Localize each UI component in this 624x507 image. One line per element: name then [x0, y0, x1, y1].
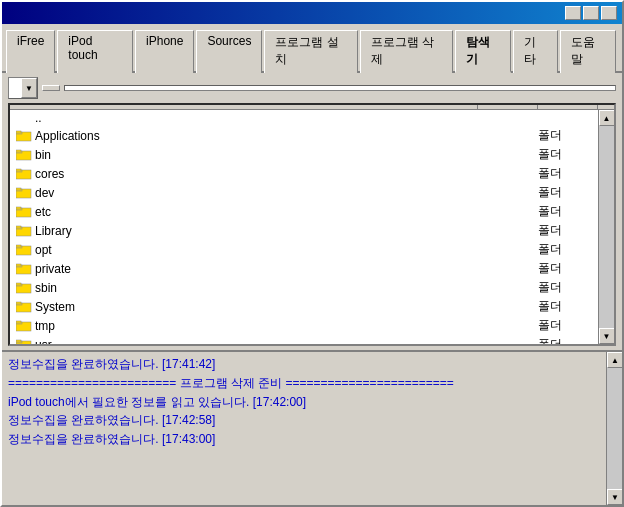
- toolbar: ▼: [2, 73, 622, 103]
- file-name-cell: Library: [12, 224, 476, 238]
- log-scroll-track[interactable]: [607, 368, 622, 489]
- tab-iFree[interactable]: iFree: [6, 30, 55, 73]
- file-name-text: opt: [35, 243, 52, 257]
- file-name-text: cores: [35, 167, 64, 181]
- table-row[interactable]: opt폴더: [10, 240, 598, 259]
- log-line: iPod touch에서 필요한 정보를 읽고 있습니다. [17:42:00]: [8, 394, 600, 411]
- table-row[interactable]: etc폴더: [10, 202, 598, 221]
- file-name-cell: usr: [12, 338, 476, 345]
- log-scrollbar[interactable]: ▲ ▼: [606, 352, 622, 505]
- file-name-cell: private: [12, 262, 476, 276]
- svg-rect-32: [16, 321, 21, 323]
- log-line: 정보수집을 완료하였습니다. [17:42:58]: [8, 412, 600, 429]
- file-name-text: etc: [35, 205, 51, 219]
- file-type-cell: 폴더: [536, 165, 596, 182]
- file-list[interactable]: .. Applications폴더 bin폴더 cores폴더 dev폴더 et…: [10, 110, 598, 344]
- table-row[interactable]: usr폴더: [10, 335, 598, 344]
- svg-rect-11: [16, 188, 21, 190]
- table-row[interactable]: dev폴더: [10, 183, 598, 202]
- folder-icon: [16, 205, 32, 218]
- table-row[interactable]: bin폴더: [10, 145, 598, 164]
- file-type-cell: 폴더: [536, 146, 596, 163]
- table-row[interactable]: System폴더: [10, 297, 598, 316]
- file-name-cell: Applications: [12, 129, 476, 143]
- svg-rect-17: [16, 226, 21, 228]
- tab-프로그램 설치[interactable]: 프로그램 설치: [264, 30, 357, 73]
- main-window: iFreeiPod touchiPhoneSources프로그램 설치프로그램 …: [0, 0, 624, 507]
- log-line: 정보수집을 완료하였습니다. [17:43:00]: [8, 431, 600, 448]
- scroll-up-button[interactable]: ▲: [599, 110, 615, 126]
- tab-iPhone[interactable]: iPhone: [135, 30, 194, 73]
- svg-rect-2: [16, 131, 21, 133]
- file-type-cell: 폴더: [536, 260, 596, 277]
- file-type-cell: 폴더: [536, 241, 596, 258]
- log-line: 정보수집을 완료하였습니다. [17:41:42]: [8, 356, 600, 373]
- svg-rect-20: [16, 245, 21, 247]
- table-row[interactable]: Library폴더: [10, 221, 598, 240]
- file-name-text: sbin: [35, 281, 57, 295]
- tab-프로그램 삭제[interactable]: 프로그램 삭제: [360, 30, 453, 73]
- toolbar-combo-container: ▼: [8, 77, 38, 99]
- file-type-cell: 폴더: [536, 184, 596, 201]
- tab-iPod touch[interactable]: iPod touch: [57, 30, 133, 73]
- tab-기타[interactable]: 기타: [513, 30, 558, 73]
- file-type-cell: 폴더: [536, 317, 596, 334]
- log-line: ======================== 프로그램 삭제 준비 ====…: [8, 375, 600, 392]
- folder-icon: [16, 319, 32, 332]
- file-name-text: Applications: [35, 129, 100, 143]
- folder-icon: [16, 243, 32, 256]
- svg-rect-8: [16, 169, 21, 171]
- header-type: [538, 105, 598, 109]
- file-type-cell: 폴더: [536, 203, 596, 220]
- file-type-cell: 폴더: [536, 222, 596, 239]
- tab-탐색기[interactable]: 탐색기: [455, 30, 511, 73]
- file-name-cell: etc: [12, 205, 476, 219]
- scroll-down-button[interactable]: ▼: [599, 328, 615, 344]
- table-row[interactable]: cores폴더: [10, 164, 598, 183]
- log-panel-inner: 정보수집을 완료하였습니다. [17:41:42]===============…: [2, 352, 622, 505]
- minimize-button[interactable]: [565, 6, 581, 20]
- up-button[interactable]: [42, 85, 60, 91]
- title-bar: [2, 2, 622, 24]
- table-row[interactable]: ..: [10, 110, 598, 126]
- window-controls: [565, 6, 617, 20]
- log-content: 정보수집을 완료하였습니다. [17:41:42]===============…: [2, 352, 606, 505]
- log-scroll-down-button[interactable]: ▼: [607, 489, 622, 505]
- tab-Sources[interactable]: Sources: [196, 30, 262, 73]
- file-list-container: .. Applications폴더 bin폴더 cores폴더 dev폴더 et…: [10, 110, 614, 344]
- folder-icon: [16, 262, 32, 275]
- file-panel: .. Applications폴더 bin폴더 cores폴더 dev폴더 et…: [8, 103, 616, 346]
- file-name-cell: dev: [12, 186, 476, 200]
- toolbar-combo-arrow[interactable]: ▼: [21, 78, 37, 98]
- scroll-track[interactable]: [599, 126, 615, 328]
- close-button[interactable]: [601, 6, 617, 20]
- folder-icon: [16, 186, 32, 199]
- table-row[interactable]: Applications폴더: [10, 126, 598, 145]
- file-type-cell: 폴더: [536, 336, 596, 344]
- folder-icon: [16, 338, 32, 344]
- file-name-text: ..: [35, 111, 42, 125]
- file-type-cell: 폴더: [536, 279, 596, 296]
- file-name-text: System: [35, 300, 75, 314]
- header-scrollbar-spacer: [598, 105, 614, 109]
- file-name-cell: tmp: [12, 319, 476, 333]
- file-name-text: tmp: [35, 319, 55, 333]
- folder-icon: [16, 129, 32, 142]
- table-row[interactable]: sbin폴더: [10, 278, 598, 297]
- table-row[interactable]: tmp폴더: [10, 316, 598, 335]
- path-display: [64, 85, 616, 91]
- toolbar-combo-label: [9, 78, 21, 98]
- log-scroll-up-button[interactable]: ▲: [607, 352, 622, 368]
- header-name: [10, 105, 478, 109]
- header-size: [478, 105, 538, 109]
- svg-rect-29: [16, 302, 21, 304]
- file-name-cell: opt: [12, 243, 476, 257]
- table-row[interactable]: private폴더: [10, 259, 598, 278]
- svg-rect-23: [16, 264, 21, 266]
- file-name-cell: ..: [12, 111, 476, 125]
- file-scrollbar[interactable]: ▲ ▼: [598, 110, 614, 344]
- log-panel: 정보수집을 완료하였습니다. [17:41:42]===============…: [2, 350, 622, 505]
- tab-도움말[interactable]: 도움말: [560, 30, 616, 73]
- maximize-button[interactable]: [583, 6, 599, 20]
- file-name-text: dev: [35, 186, 54, 200]
